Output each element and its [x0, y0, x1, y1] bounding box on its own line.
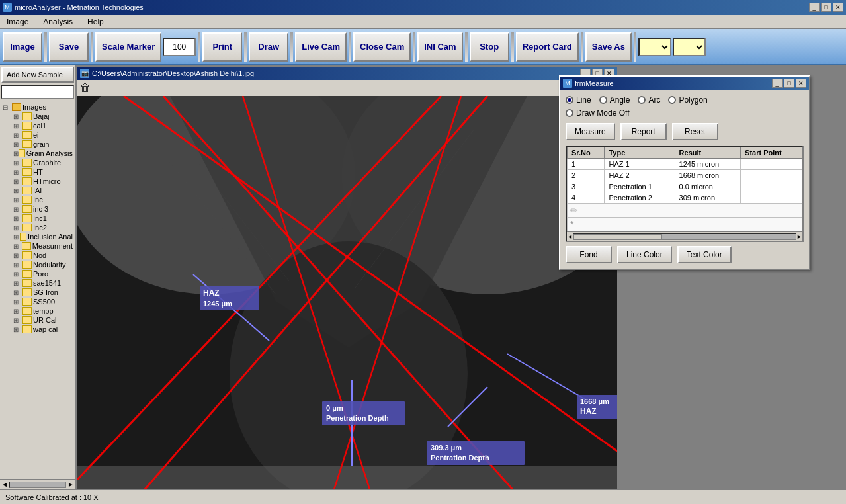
- tree-item-inc1[interactable]: ⊞ Inc1: [12, 214, 74, 223]
- close-button[interactable]: ✕: [833, 3, 843, 12]
- table-horizontal-scrollbar[interactable]: ◄ ►: [567, 231, 802, 241]
- tree-item-poro[interactable]: ⊞ Poro: [12, 269, 74, 278]
- frm-close-button[interactable]: ✕: [796, 79, 806, 88]
- radio-draw-mode-off[interactable]: Draw Mode Off: [566, 108, 629, 118]
- radio-line[interactable]: Line: [566, 95, 591, 105]
- tree-item-graphite[interactable]: ⊞ Graphite: [12, 158, 74, 167]
- hscroll-track[interactable]: [573, 233, 796, 240]
- hscroll-left-arrow[interactable]: ◄: [567, 233, 573, 240]
- btn-print[interactable]: Print: [202, 32, 242, 62]
- save-as-dropdown-1[interactable]: [638, 38, 671, 56]
- menu-help[interactable]: Help: [83, 16, 108, 28]
- tree-item-nodularity[interactable]: ⊞ Nodularity: [12, 260, 74, 269]
- svg-rect-22: [322, 401, 405, 425]
- radio-arc-circle[interactable]: [638, 96, 646, 104]
- table-row[interactable]: 2 HAZ 2 1668 micron: [568, 170, 802, 181]
- tree-item-wapcal[interactable]: ⊞ wap cal: [12, 325, 74, 334]
- frm-restore-button[interactable]: □: [784, 79, 794, 88]
- table-row-new[interactable]: ✏: [568, 204, 802, 218]
- tree-item-bajaj[interactable]: ⊞ Bajaj: [12, 112, 74, 121]
- cell-result-4: 309 micron: [675, 192, 741, 204]
- tree-item-grain-analysis[interactable]: ⊞ Grain Analysis: [12, 149, 74, 158]
- table-row[interactable]: 1 HAZ 1 1245 micron: [568, 159, 802, 170]
- svg-rect-28: [577, 395, 617, 419]
- maximize-button[interactable]: □: [821, 3, 831, 12]
- menu-analysis[interactable]: Analysis: [39, 16, 77, 28]
- scroll-track[interactable]: [9, 482, 66, 488]
- image-toolbar-mini: 🗑: [77, 80, 617, 96]
- scale-input[interactable]: [163, 38, 196, 56]
- hscroll-right-arrow[interactable]: ►: [796, 233, 802, 240]
- tree-item-urcal[interactable]: ⊞ UR Cal: [12, 315, 74, 325]
- add-new-sample-button[interactable]: Add New Sample: [1, 67, 74, 83]
- svg-text:HAZ: HAZ: [580, 407, 597, 416]
- text-color-button[interactable]: Text Color: [677, 246, 732, 263]
- frm-minimize-button[interactable]: _: [772, 79, 783, 88]
- radio-polygon-circle[interactable]: [668, 96, 676, 104]
- tree-item-inclusion-anal[interactable]: ⊞ Inclusion Anal: [12, 232, 74, 241]
- sidebar-scrollbar[interactable]: ◄ ►: [0, 479, 75, 489]
- radio-arc[interactable]: Arc: [638, 95, 660, 105]
- cell-srno-4: 4: [568, 192, 605, 204]
- tree-item-sae1541[interactable]: ⊞ sae1541: [12, 278, 74, 288]
- svg-point-1: [77, 96, 355, 294]
- frm-radio-row-2: Draw Mode Off: [566, 108, 804, 118]
- tree-item-inc2[interactable]: ⊞ Inc2: [12, 223, 74, 232]
- tree-icon-graphite: [22, 159, 32, 167]
- btn-live-cam[interactable]: Live Cam: [295, 32, 347, 62]
- tree-item-htmicro[interactable]: ⊞ HTmicro: [12, 177, 74, 186]
- btn-image[interactable]: Image: [3, 32, 42, 62]
- tree-label-inclusion-anal: Inclusion Anal: [28, 233, 73, 241]
- radio-draw-mode-circle[interactable]: [566, 109, 573, 117]
- tree-item-measurment[interactable]: ⊞ Measurment: [12, 241, 74, 251]
- tree-label-graphite: Graphite: [33, 159, 61, 167]
- tree-item-ht[interactable]: ⊞ HT: [12, 167, 74, 177]
- reset-button[interactable]: Reset: [672, 123, 718, 140]
- table-row[interactable]: 4 Penetration 2 309 micron: [568, 192, 802, 204]
- cell-startpoint-1: [741, 159, 802, 170]
- toolbar-separator-1: [44, 32, 47, 62]
- tree-item-grain[interactable]: ⊞ grain: [12, 140, 74, 149]
- tree-item-cal1[interactable]: ⊞ cal1: [12, 121, 74, 130]
- tree-item-ei[interactable]: ⊞ ei: [12, 130, 74, 140]
- btn-ini-cam[interactable]: INI Cam: [417, 32, 462, 62]
- radio-angle[interactable]: Angle: [599, 95, 630, 105]
- tree-root-item[interactable]: ⊟ Images: [1, 103, 74, 112]
- tree-item-inc3[interactable]: ⊞ inc 3: [12, 204, 74, 214]
- btn-save-as[interactable]: Save As: [585, 32, 632, 62]
- radio-polygon[interactable]: Polygon: [668, 95, 707, 105]
- radio-angle-circle[interactable]: [599, 96, 607, 104]
- tree-expander-images[interactable]: ⊟: [3, 104, 12, 111]
- tree-item-ial[interactable]: ⊞ IAl: [12, 186, 74, 195]
- radio-line-circle[interactable]: [566, 96, 573, 104]
- btn-close-cam[interactable]: Close Cam: [353, 32, 411, 62]
- delete-icon[interactable]: 🗑: [80, 82, 91, 94]
- btn-stop[interactable]: Stop: [470, 32, 509, 62]
- btn-save[interactable]: Save: [49, 32, 89, 62]
- menu-image[interactable]: Image: [3, 16, 32, 28]
- btn-scale-marker[interactable]: Scale Marker: [95, 32, 161, 62]
- cell-srno-1: 1: [568, 159, 605, 170]
- sidebar-search-input[interactable]: [1, 85, 74, 99]
- tree-icon-poro: [22, 270, 32, 278]
- table-row-star[interactable]: *: [568, 218, 802, 231]
- tree-label-inc1: Inc1: [33, 214, 47, 222]
- report-button[interactable]: Report: [620, 123, 667, 140]
- tree-item-nod[interactable]: ⊞ Nod: [12, 251, 74, 260]
- fond-button[interactable]: Fond: [566, 246, 612, 263]
- line-color-button[interactable]: Line Color: [617, 246, 672, 263]
- col-header-startpoint: Start Point: [741, 147, 802, 159]
- minimize-button[interactable]: _: [809, 3, 820, 12]
- tree-item-inc[interactable]: ⊞ Inc: [12, 195, 74, 204]
- measure-button[interactable]: Measure: [566, 123, 615, 140]
- scroll-right-arrow[interactable]: ►: [67, 481, 74, 488]
- table-row[interactable]: 3 Penetration 1 0.0 micron: [568, 181, 802, 192]
- tree-item-tempp[interactable]: ⊞ tempp: [12, 306, 74, 315]
- btn-report-card[interactable]: Report Card: [516, 32, 579, 62]
- save-as-dropdown-2[interactable]: [673, 38, 706, 56]
- tree-item-ss500[interactable]: ⊞ SS500: [12, 297, 74, 306]
- svg-line-12: [130, 96, 487, 489]
- scroll-left-arrow[interactable]: ◄: [1, 481, 8, 488]
- btn-draw[interactable]: Draw: [249, 32, 288, 62]
- tree-item-sgiron[interactable]: ⊞ SG Iron: [12, 288, 74, 297]
